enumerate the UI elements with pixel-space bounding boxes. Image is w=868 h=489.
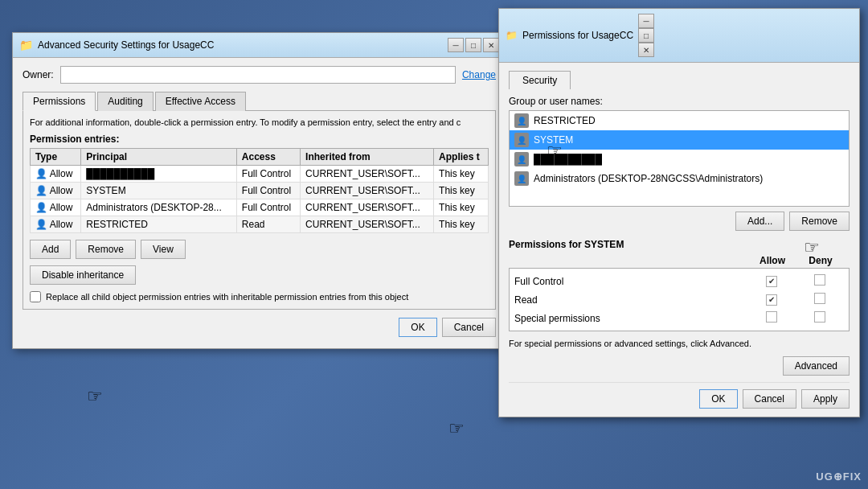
tab-permissions[interactable]: Permissions: [23, 92, 96, 111]
perm-row: Full Control ✔: [514, 272, 844, 290]
allow-check[interactable]: ✔: [766, 294, 777, 306]
perm-minimize-button[interactable]: ─: [638, 14, 654, 28]
permission-entries-label: Permission entries:: [30, 134, 489, 145]
change-link[interactable]: Change: [462, 69, 496, 80]
perm-name: Read: [514, 294, 747, 306]
cell-type: 👤 Allow: [31, 183, 81, 199]
cell-applies: This key: [434, 183, 489, 199]
deny-check[interactable]: [814, 311, 825, 323]
cell-inherited: CURRENT_USER\SOFT...: [301, 166, 434, 183]
maximize-button[interactable]: □: [465, 38, 481, 52]
allow-check[interactable]: [766, 311, 777, 323]
table-row[interactable]: 👤 Allow ██████████ Full Control CURRENT_…: [31, 166, 489, 183]
cell-access: Full Control: [236, 166, 300, 183]
avatar: 👤: [514, 113, 529, 128]
deny-check[interactable]: [814, 274, 825, 286]
advanced-cancel-button[interactable]: Cancel: [442, 318, 496, 337]
cell-principal: ██████████: [81, 166, 237, 183]
cell-type: 👤 Allow: [31, 216, 81, 233]
col-inherited: Inherited from: [301, 149, 434, 166]
permissions-dialog-controls: ─ □ ✕: [638, 14, 654, 57]
cell-inherited: CURRENT_USER\SOFT...: [301, 199, 434, 216]
inheritance-button-row: Disable inheritance: [30, 265, 489, 285]
perm-allow-checkbox[interactable]: ✔: [747, 275, 796, 287]
minimize-button[interactable]: ─: [448, 38, 464, 52]
ok-button[interactable]: OK: [699, 389, 737, 409]
perm-row: Read ✔: [514, 290, 844, 309]
tabs-row: Permissions Auditing Effective Access: [23, 92, 496, 111]
permissions-body: Security Group or user names: 👤RESTRICTE…: [499, 63, 859, 417]
user-list: 👤RESTRICTED👤SYSTEM👤██████████👤Administra…: [509, 110, 850, 207]
replace-checkbox[interactable]: [30, 291, 41, 302]
remove-button[interactable]: Remove: [76, 240, 136, 259]
cell-principal: SYSTEM: [81, 183, 237, 199]
owner-row: Owner: Change: [23, 66, 496, 84]
table-button-row: Add Remove View: [30, 240, 489, 259]
col-allow-header: Allow: [748, 255, 796, 266]
folder-icon: 📁: [19, 39, 33, 51]
permissions-folder-icon: 📁: [506, 30, 518, 41]
perm-maximize-button[interactable]: □: [638, 28, 654, 43]
advanced-dialog-title: Advanced Security Settings for UsageCC: [38, 39, 443, 51]
perm-deny-checkbox[interactable]: [796, 311, 844, 325]
permissions-titlebar: 📁 Permissions for UsageCC ─ □ ✕: [499, 9, 859, 63]
list-item[interactable]: 👤██████████: [510, 150, 849, 169]
perm-add-button[interactable]: Add...: [735, 212, 784, 231]
add-button[interactable]: Add: [30, 240, 71, 259]
advanced-dialog-body: Owner: Change Permissions Auditing Effec…: [13, 58, 506, 348]
list-item[interactable]: 👤RESTRICTED: [510, 111, 849, 130]
allow-check[interactable]: ✔: [766, 276, 777, 287]
perm-name: Full Control: [514, 276, 747, 287]
advanced-dialog-titlebar: 📁 Advanced Security Settings for UsageCC…: [13, 33, 506, 58]
permission-table: Type Principal Access Inherited from App…: [30, 148, 489, 233]
perm-allow-checkbox[interactable]: [747, 311, 796, 325]
advanced-security-dialog: 📁 Advanced Security Settings for UsageCC…: [12, 32, 506, 349]
advanced-dialog-controls: ─ □ ✕: [448, 38, 499, 52]
owner-value-field: [60, 66, 456, 84]
col-type: Type: [31, 149, 81, 166]
user-name: SYSTEM: [534, 134, 573, 146]
cell-access: Full Control: [236, 183, 300, 199]
group-user-label: Group or user names:: [509, 96, 850, 107]
permissions-rows: Full Control ✔ Read ✔ Special permission…: [509, 268, 850, 331]
perm-name: Special permissions: [514, 313, 747, 324]
user-name: ██████████: [534, 154, 602, 165]
advanced-button[interactable]: Advanced: [783, 356, 850, 376]
table-row[interactable]: 👤 Allow RESTRICTED Read CURRENT_USER\SOF…: [31, 216, 489, 233]
tab-security[interactable]: Security: [509, 71, 571, 89]
permissions-dialog-title: Permissions for UsageCC: [522, 30, 633, 41]
permissions-for-system-label: Permissions for SYSTEM: [509, 239, 850, 250]
perm-close-button[interactable]: ✕: [638, 43, 654, 57]
perm-deny-checkbox[interactable]: [796, 274, 844, 288]
deny-check[interactable]: [814, 293, 825, 304]
special-permissions-text: For special permissions or advanced sett…: [509, 338, 850, 350]
perm-remove-button[interactable]: Remove: [789, 212, 850, 231]
tab-permissions-content: For additional information, double-click…: [23, 110, 496, 310]
tab-effective-access[interactable]: Effective Access: [155, 92, 246, 111]
advanced-ok-button[interactable]: OK: [399, 318, 436, 337]
disable-inheritance-button[interactable]: Disable inheritance: [30, 265, 136, 285]
list-item[interactable]: 👤SYSTEM: [510, 130, 849, 150]
security-tab-bar: Security: [509, 71, 850, 89]
cancel-button[interactable]: Cancel: [743, 389, 796, 409]
cell-applies: This key: [434, 199, 489, 216]
cell-access: Read: [236, 216, 300, 233]
avatar: 👤: [514, 171, 529, 186]
col-deny-header: Deny: [796, 255, 845, 266]
table-row[interactable]: 👤 Allow SYSTEM Full Control CURRENT_USER…: [31, 183, 489, 199]
tab-auditing[interactable]: Auditing: [97, 92, 153, 111]
perm-table-header: Allow Deny: [509, 253, 850, 268]
perm-deny-checkbox[interactable]: [796, 293, 844, 306]
col-perm-header: [514, 255, 748, 266]
perm-allow-checkbox[interactable]: ✔: [747, 294, 796, 306]
replace-label: Replace all child object permission entr…: [46, 292, 408, 302]
perm-row: Special permissions: [514, 309, 844, 327]
close-button[interactable]: ✕: [483, 38, 499, 52]
table-row[interactable]: 👤 Allow Administrators (DESKTOP-28... Fu…: [31, 199, 489, 216]
replace-row: Replace all child object permission entr…: [30, 291, 489, 302]
apply-button[interactable]: Apply: [801, 389, 850, 409]
cell-applies: This key: [434, 166, 489, 183]
cell-principal: Administrators (DESKTOP-28...: [81, 199, 237, 216]
view-button[interactable]: View: [141, 240, 186, 259]
list-item[interactable]: 👤Administrators (DESKTOP-28NGCSS\Adminis…: [510, 169, 849, 188]
